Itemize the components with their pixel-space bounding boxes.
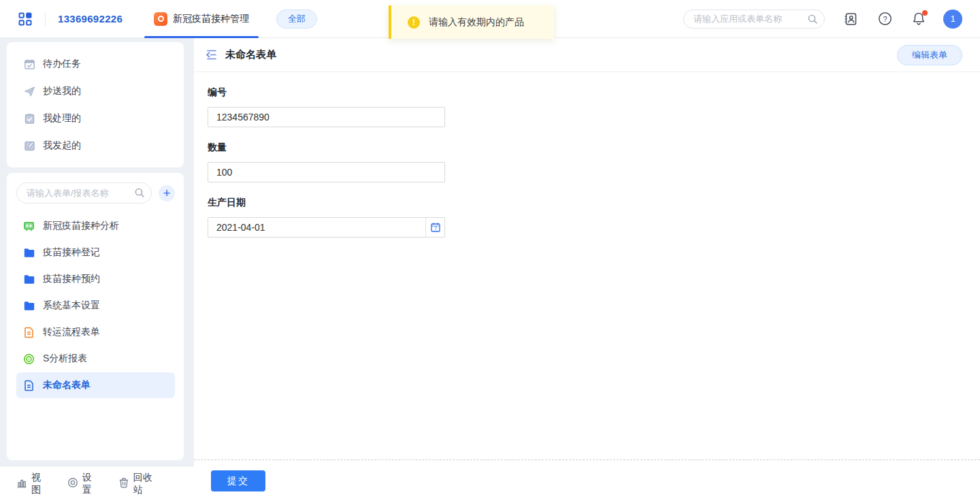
form-search bbox=[16, 182, 152, 204]
nav-item-vaccine-appointment[interactable]: 疫苗接种预约 bbox=[16, 266, 175, 292]
sidebar-item-label: 待办任务 bbox=[43, 58, 81, 70]
search-icon bbox=[808, 14, 817, 26]
tab-label: 新冠疫苗接种管理 bbox=[173, 13, 249, 25]
nav-item-transfer-process-form[interactable]: 转运流程表单 bbox=[16, 319, 175, 345]
svg-text:?: ? bbox=[883, 15, 887, 23]
filter-all-pill[interactable]: 全部 bbox=[276, 10, 317, 29]
form-body: 编号 数量 生产日期 7 bbox=[194, 72, 980, 459]
toast-message: 请输入有效期内的产品 bbox=[429, 16, 524, 29]
bar-chart-icon bbox=[16, 477, 27, 490]
nav-item-label: 新冠疫苗接种分析 bbox=[43, 220, 119, 232]
folder-icon bbox=[23, 274, 35, 285]
nav-item-s-analysis-report[interactable]: S分析报表 bbox=[16, 346, 175, 372]
page-title: 未命名表单 bbox=[225, 48, 276, 61]
production-date-input[interactable] bbox=[208, 218, 425, 237]
nav-item-label: S分析报表 bbox=[43, 353, 87, 365]
active-tab-underline bbox=[144, 36, 259, 38]
search-icon bbox=[135, 188, 144, 199]
field-number: 编号 bbox=[208, 86, 980, 127]
field-label: 编号 bbox=[208, 86, 980, 99]
views-label: 视图 bbox=[31, 472, 47, 496]
edit-doc-icon bbox=[23, 140, 35, 152]
sidebar-item-handled-by-me[interactable]: 我处理的 bbox=[7, 105, 184, 132]
folder-icon bbox=[23, 247, 35, 259]
form-search-input[interactable] bbox=[16, 182, 152, 204]
edit-form-button[interactable]: 编辑表单 bbox=[897, 45, 962, 65]
nav-item-system-settings[interactable]: 系统基本设置 bbox=[16, 293, 175, 319]
calendar-icon[interactable]: 7 bbox=[425, 218, 444, 237]
recycle-bin-button[interactable]: 回收站 bbox=[118, 472, 157, 496]
sidebar-item-todo-tasks[interactable]: 待办任务 bbox=[7, 50, 184, 78]
sidebar-footer: 视图 设置 回收站 bbox=[0, 466, 194, 501]
sidebar-item-label: 我处理的 bbox=[43, 112, 81, 125]
address-book-icon[interactable] bbox=[843, 11, 859, 27]
settings-icon bbox=[67, 477, 78, 490]
settings-button[interactable]: 设置 bbox=[67, 472, 98, 496]
form-nav-list: 新冠疫苗接种分析 疫苗接种登记 疫苗接种预约 bbox=[7, 212, 184, 399]
nav-item-label: 未命名表单 bbox=[43, 379, 91, 391]
notification-bell-icon[interactable] bbox=[911, 11, 927, 27]
nav-item-label: 转运流程表单 bbox=[43, 326, 100, 338]
sidebar-item-initiated-by-me[interactable]: 我发起的 bbox=[7, 132, 184, 159]
number-input[interactable] bbox=[208, 107, 445, 127]
clipboard-check-icon bbox=[23, 113, 35, 125]
target-icon bbox=[23, 353, 35, 365]
date-input-group: 7 bbox=[208, 217, 445, 238]
trash-icon bbox=[118, 477, 129, 490]
user-phone-number[interactable]: 13369692226 bbox=[58, 13, 122, 25]
warning-icon: ! bbox=[408, 16, 420, 29]
document-icon bbox=[23, 327, 35, 338]
topbar-right-group: ? 1 bbox=[683, 10, 962, 29]
sidebar: 待办任务 抄送我的 我处理的 我发起的 bbox=[0, 38, 194, 501]
collapse-sidebar-icon[interactable] bbox=[203, 48, 218, 63]
form-header: 未命名表单 编辑表单 bbox=[194, 38, 980, 72]
send-icon bbox=[23, 86, 35, 97]
app-icon bbox=[154, 12, 167, 26]
nav-item-unnamed-form[interactable]: 未命名表单 bbox=[16, 372, 175, 398]
nav-item-label: 系统基本设置 bbox=[43, 300, 100, 312]
calendar-check-icon bbox=[23, 59, 35, 70]
svg-text:7: 7 bbox=[434, 226, 437, 231]
user-avatar[interactable]: 1 bbox=[943, 10, 962, 29]
main-panel: 未命名表单 编辑表单 编号 数量 生产日期 7 bbox=[194, 38, 980, 501]
add-form-button[interactable]: + bbox=[159, 185, 175, 201]
tab-app-vaccine-management[interactable]: 新冠疫苗接种管理 bbox=[144, 0, 259, 38]
global-search-input[interactable] bbox=[683, 10, 825, 29]
workbench-grid-icon[interactable] bbox=[18, 12, 33, 27]
recycle-bin-label: 回收站 bbox=[133, 472, 157, 496]
form-nav-card: + 新冠疫苗接种分析 疫苗接种登记 bbox=[7, 173, 184, 460]
nav-item-label: 疫苗接种登记 bbox=[43, 246, 100, 259]
field-label: 数量 bbox=[208, 142, 980, 154]
field-quantity: 数量 bbox=[208, 142, 980, 182]
sidebar-item-label: 抄送我的 bbox=[43, 85, 81, 97]
form-footer: 提交 bbox=[194, 459, 980, 501]
document-icon bbox=[23, 380, 35, 391]
sidebar-item-label: 我发起的 bbox=[43, 140, 81, 152]
field-label: 生产日期 bbox=[208, 197, 980, 209]
nav-item-label: 疫苗接种预约 bbox=[43, 273, 100, 285]
notification-dot bbox=[922, 10, 928, 16]
help-icon[interactable]: ? bbox=[877, 11, 893, 27]
settings-label: 设置 bbox=[82, 472, 98, 496]
task-shortcuts-card: 待办任务 抄送我的 我处理的 我发起的 bbox=[7, 42, 184, 167]
folder-icon bbox=[23, 300, 35, 312]
field-production-date: 生产日期 7 bbox=[208, 197, 980, 238]
quantity-input[interactable] bbox=[208, 162, 445, 182]
global-search bbox=[683, 10, 825, 29]
divider bbox=[45, 12, 46, 26]
submit-button[interactable]: 提交 bbox=[211, 470, 265, 491]
views-button[interactable]: 视图 bbox=[16, 472, 47, 496]
warning-toast: ! 请输入有效期内的产品 bbox=[389, 5, 554, 39]
nav-item-vaccine-analysis[interactable]: 新冠疫苗接种分析 bbox=[16, 213, 175, 239]
sidebar-item-cc-to-me[interactable]: 抄送我的 bbox=[7, 78, 184, 105]
dashboard-icon bbox=[23, 221, 35, 232]
nav-item-vaccine-registration[interactable]: 疫苗接种登记 bbox=[16, 240, 175, 265]
